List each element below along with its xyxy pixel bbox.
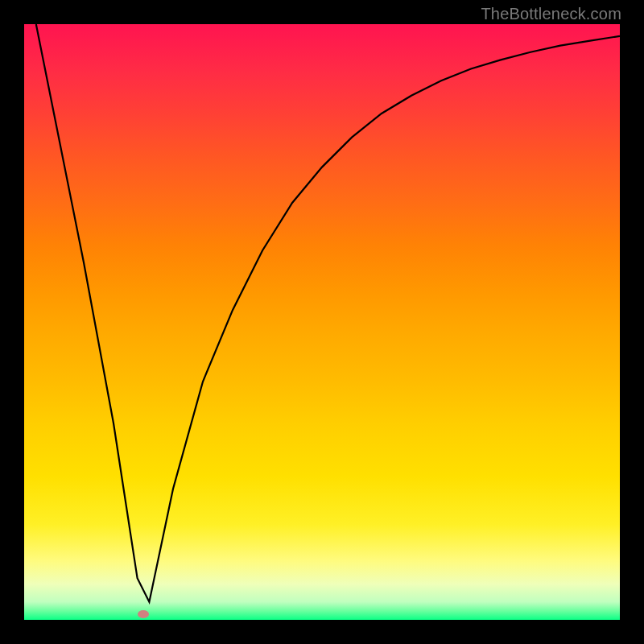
plot-area xyxy=(24,24,620,620)
chart-curve xyxy=(24,24,620,620)
curve-path xyxy=(36,24,620,602)
marker-dot xyxy=(138,610,149,618)
attribution-label: TheBottleneck.com xyxy=(481,5,621,23)
chart-frame: TheBottleneck.com xyxy=(0,0,644,644)
